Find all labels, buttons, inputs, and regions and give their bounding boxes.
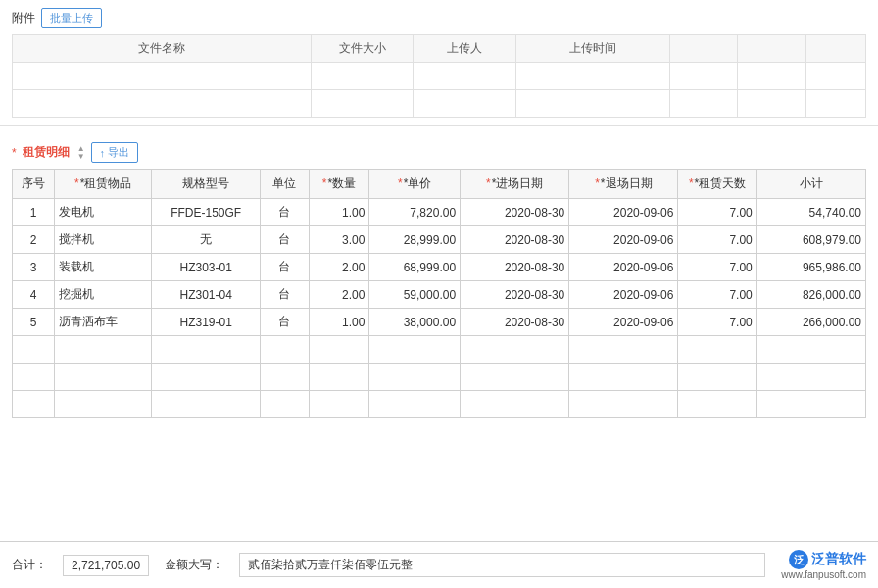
attachment-empty-row-2 — [13, 90, 866, 118]
logo-text: 泛 泛普软件 — [789, 550, 866, 569]
th-qty: **数量 — [309, 170, 369, 199]
cell-row5-col2: 沥青洒布车 — [55, 309, 152, 336]
cell-row4-col8: 2020-09-06 — [569, 281, 678, 309]
table-row: 3装载机HZ303-01台2.0068,999.002020-08-302020… — [13, 254, 866, 281]
cell-row3-col7: 2020-08-30 — [461, 254, 569, 281]
cell-row4-col7: 2020-08-30 — [461, 281, 569, 309]
cell-row1-col3: FFDE-150GF — [152, 199, 261, 226]
col-header-extra2 — [738, 35, 806, 63]
cell-row4-col10: 826,000.00 — [756, 281, 865, 309]
attachment-section: 附件 批量上传 文件名称 文件大小 上传人 上传时间 — [0, 0, 878, 126]
cell-row2-col8: 2020-09-06 — [569, 226, 678, 254]
cell-row4-col3: HZ301-04 — [152, 281, 261, 309]
export-icon: ↑ — [100, 147, 106, 159]
cell-row5-col8: 2020-09-06 — [569, 309, 678, 336]
col-header-uploader: 上传人 — [414, 35, 516, 63]
th-spec: 规格型号 — [152, 170, 261, 199]
export-label: 导出 — [108, 145, 129, 160]
batch-upload-button[interactable]: 批量上传 — [41, 8, 102, 28]
table-row: 4挖掘机HZ301-04台2.0059,000.002020-08-302020… — [13, 281, 866, 309]
cell-row3-col1: 3 — [13, 254, 55, 281]
cell-row5-col7: 2020-08-30 — [461, 309, 569, 336]
required-star: * — [12, 146, 17, 160]
item-star: * — [74, 176, 79, 190]
cell-row5-col10: 266,000.00 — [756, 309, 865, 336]
th-indate: **进场日期 — [461, 170, 569, 199]
cell-row1-col8: 2020-09-06 — [569, 199, 678, 226]
cell-row5-col1: 5 — [13, 309, 55, 336]
total-label: 合计： — [12, 557, 47, 573]
cell-row3-col3: HZ303-01 — [152, 254, 261, 281]
table-row: 1发电机FFDE-150GF台1.007,820.002020-08-30202… — [13, 199, 866, 226]
rental-table: 序号 **租赁物品 规格型号 单位 **数量 **单价 **进场日期 — [12, 169, 866, 418]
cell-row1-col1: 1 — [13, 199, 55, 226]
sort-icon[interactable]: ▲ ▼ — [77, 145, 85, 161]
cell-row2-col6: 28,999.00 — [369, 226, 461, 254]
cell-row5-col4: 台 — [261, 309, 309, 336]
th-days: **租赁天数 — [678, 170, 756, 199]
cell-row1-col2: 发电机 — [55, 199, 152, 226]
cell-row3-col2: 装载机 — [55, 254, 152, 281]
th-unit: 单位 — [261, 170, 309, 199]
cell-row2-col5: 3.00 — [309, 226, 369, 254]
empty-row — [13, 364, 866, 391]
cell-row5-col6: 38,000.00 — [369, 309, 461, 336]
rental-title: 租赁明细 — [23, 144, 70, 161]
logo-sub: www.fanpusoft.com — [781, 569, 866, 580]
cell-row3-col8: 2020-09-06 — [569, 254, 678, 281]
cell-row2-col4: 台 — [261, 226, 309, 254]
table-row: 5沥青洒布车HZ319-01台1.0038,000.002020-08-3020… — [13, 309, 866, 336]
cell-row3-col9: 7.00 — [678, 254, 756, 281]
cell-row3-col6: 68,999.00 — [369, 254, 461, 281]
cell-row3-col5: 2.00 — [309, 254, 369, 281]
empty-row — [13, 391, 866, 418]
logo-name: 泛普软件 — [811, 551, 866, 568]
cell-row2-col7: 2020-08-30 — [461, 226, 569, 254]
empty-row — [13, 336, 866, 364]
cell-row1-col7: 2020-08-30 — [461, 199, 569, 226]
cell-row4-col6: 59,000.00 — [369, 281, 461, 309]
cell-row2-col9: 7.00 — [678, 226, 756, 254]
th-price: **单价 — [369, 170, 461, 199]
rental-section: * 租赁明细 ▲ ▼ ↑ 导出 序号 **租赁物品 规格型号 单位 — [0, 134, 878, 426]
logo-area: 泛 泛普软件 www.fanpusoft.com — [781, 550, 866, 580]
rental-header: * 租赁明细 ▲ ▼ ↑ 导出 — [12, 142, 866, 163]
th-item: **租赁物品 — [55, 170, 152, 199]
cell-row2-col1: 2 — [13, 226, 55, 254]
amount-value: 贰佰柒拾贰万壹仟柒佰零伍元整 — [239, 553, 765, 577]
cell-row4-col1: 4 — [13, 281, 55, 309]
cell-row4-col2: 挖掘机 — [55, 281, 152, 309]
cell-row2-col3: 无 — [152, 226, 261, 254]
cell-row1-col9: 7.00 — [678, 199, 756, 226]
attachment-table: 文件名称 文件大小 上传人 上传时间 — [12, 34, 866, 118]
cell-row3-col4: 台 — [261, 254, 309, 281]
col-header-extra1 — [669, 35, 738, 63]
col-header-extra3 — [806, 35, 866, 63]
col-header-filename: 文件名称 — [13, 35, 312, 63]
th-seq: 序号 — [13, 170, 55, 199]
attachment-empty-row — [13, 63, 866, 90]
cell-row3-col10: 965,986.00 — [756, 254, 865, 281]
cell-row5-col9: 7.00 — [678, 309, 756, 336]
cell-row4-col5: 2.00 — [309, 281, 369, 309]
col-header-uploadtime: 上传时间 — [515, 35, 669, 63]
rental-table-header-row: 序号 **租赁物品 规格型号 单位 **数量 **单价 **进场日期 — [13, 170, 866, 199]
amount-label: 金额大写： — [165, 557, 223, 573]
footer-section: 合计： 2,721,705.00 金额大写： 贰佰柒拾贰万壹仟柒佰零伍元整 泛 … — [0, 541, 878, 588]
table-row: 2搅拌机无台3.0028,999.002020-08-302020-09-067… — [13, 226, 866, 254]
th-subtotal: 小计 — [756, 170, 865, 199]
cell-row4-col9: 7.00 — [678, 281, 756, 309]
export-button[interactable]: ↑ 导出 — [91, 142, 139, 163]
attachment-label: 附件 — [12, 10, 35, 26]
cell-row1-col10: 54,740.00 — [756, 199, 865, 226]
total-value: 2,721,705.00 — [63, 555, 149, 576]
cell-row1-col6: 7,820.00 — [369, 199, 461, 226]
cell-row5-col3: HZ319-01 — [152, 309, 261, 336]
cell-row2-col2: 搅拌机 — [55, 226, 152, 254]
logo-icon: 泛 — [789, 550, 808, 569]
cell-row5-col5: 1.00 — [309, 309, 369, 336]
attachment-header: 附件 批量上传 — [12, 8, 866, 28]
cell-row2-col10: 608,979.00 — [756, 226, 865, 254]
cell-row1-col4: 台 — [261, 199, 309, 226]
cell-row4-col4: 台 — [261, 281, 309, 309]
